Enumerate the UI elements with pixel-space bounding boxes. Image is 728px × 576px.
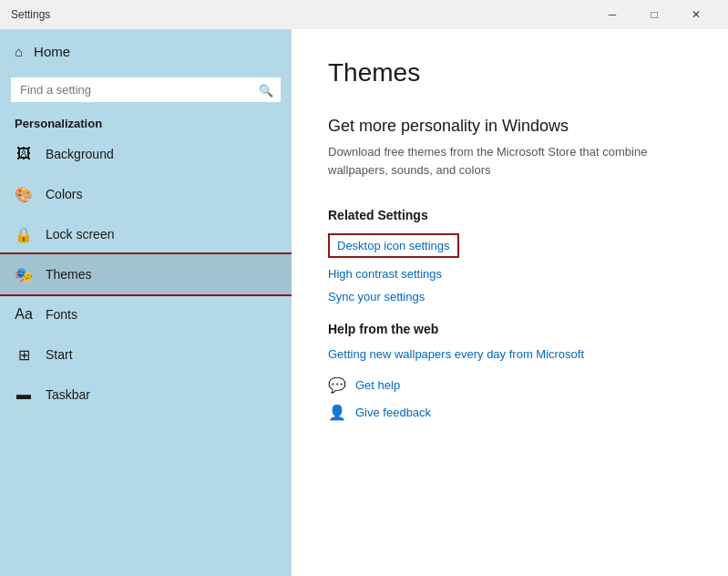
titlebar-controls: ─ □ ✕ — [591, 0, 717, 29]
search-icon: 🔍 — [259, 83, 273, 97]
lock-screen-icon: 🔒 — [15, 225, 33, 243]
app-body: ⌂ Home 🔍 Personalization 🖼 Background 🎨 … — [0, 29, 728, 576]
titlebar-title: Settings — [11, 8, 591, 21]
getting-wallpapers-link[interactable]: Getting new wallpapers every day from Mi… — [328, 347, 692, 361]
sidebar-item-home[interactable]: ⌂ Home — [0, 29, 292, 74]
page-title: Themes — [328, 58, 692, 87]
related-settings-heading: Related Settings — [328, 208, 692, 222]
sidebar-item-lock-screen-label: Lock screen — [46, 227, 114, 242]
sidebar: ⌂ Home 🔍 Personalization 🖼 Background 🎨 … — [0, 29, 292, 576]
sidebar-item-fonts[interactable]: Aa Fonts — [0, 294, 292, 334]
maximize-button[interactable]: □ — [633, 0, 675, 29]
colors-icon: 🎨 — [15, 185, 33, 203]
titlebar: Settings ─ □ ✕ — [0, 0, 728, 29]
desktop-icon-settings-link[interactable]: Desktop icon settings — [328, 233, 459, 258]
sidebar-section-label: Personalization — [0, 109, 292, 134]
get-help-icon: 💬 — [328, 375, 346, 394]
start-icon: ⊞ — [15, 345, 33, 364]
sync-settings-link[interactable]: Sync your settings — [328, 290, 692, 303]
sidebar-item-start[interactable]: ⊞ Start — [0, 334, 292, 375]
sidebar-item-themes-label: Themes — [46, 267, 92, 282]
fonts-icon: Aa — [15, 305, 33, 324]
sidebar-item-taskbar[interactable]: ▬ Taskbar — [0, 375, 292, 415]
personality-heading: Get more personality in Windows — [328, 117, 692, 136]
minimize-button[interactable]: ─ — [591, 0, 633, 29]
high-contrast-settings-link[interactable]: High contrast settings — [328, 267, 692, 281]
personality-description: Download free themes from the Microsoft … — [328, 143, 692, 179]
sidebar-search: 🔍 — [11, 77, 281, 102]
help-heading: Help from the web — [328, 322, 692, 336]
taskbar-icon: ▬ — [15, 386, 33, 404]
sidebar-item-start-label: Start — [46, 347, 73, 362]
sidebar-item-fonts-label: Fonts — [46, 307, 77, 322]
sidebar-home-label: Home — [34, 44, 70, 59]
background-icon: 🖼 — [15, 145, 33, 163]
sidebar-item-lock-screen[interactable]: 🔒 Lock screen — [0, 214, 292, 254]
sidebar-item-themes[interactable]: 🎭 Themes — [0, 254, 292, 294]
sidebar-item-taskbar-label: Taskbar — [46, 387, 90, 402]
sidebar-item-colors-label: Colors — [46, 187, 82, 201]
give-feedback-row[interactable]: 👤 Give feedback — [328, 403, 692, 421]
themes-icon: 🎭 — [15, 265, 33, 283]
sidebar-item-colors[interactable]: 🎨 Colors — [0, 174, 292, 214]
sidebar-item-background[interactable]: 🖼 Background — [0, 134, 292, 174]
get-help-label: Get help — [355, 378, 400, 392]
home-icon: ⌂ — [15, 44, 23, 59]
close-button[interactable]: ✕ — [675, 0, 717, 29]
search-input[interactable] — [11, 77, 281, 102]
get-help-row[interactable]: 💬 Get help — [328, 375, 692, 394]
give-feedback-icon: 👤 — [328, 403, 346, 421]
main-content: Themes Get more personality in Windows D… — [292, 29, 728, 576]
give-feedback-label: Give feedback — [355, 406, 431, 419]
sidebar-item-background-label: Background — [46, 147, 114, 161]
